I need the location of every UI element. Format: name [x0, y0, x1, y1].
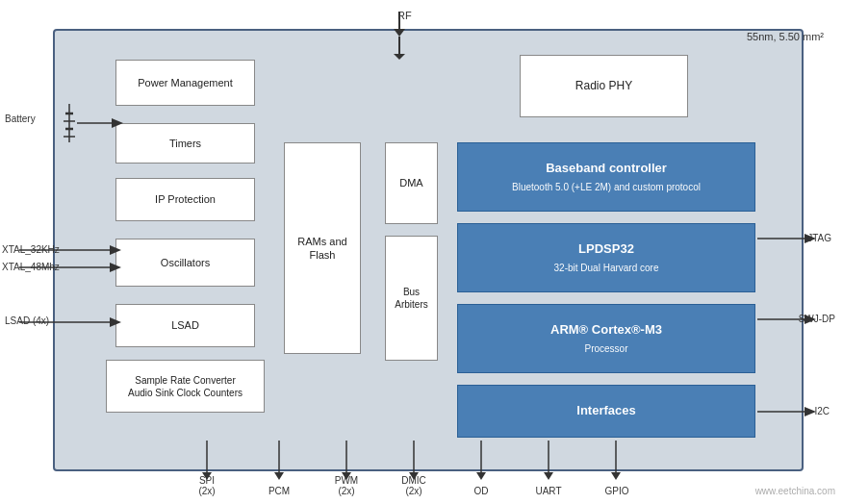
lpdsp32-title: LPDSP32: [578, 240, 634, 258]
xtal-32k-label: XTAL_32KHz: [2, 244, 60, 255]
lpdsp32-subtitle: 32-bit Dual Harvard core: [554, 262, 659, 275]
chip-spec-label: 55nm, 5.50 mm²: [747, 31, 824, 42]
lpdsp32-box: LPDSP32 32-bit Dual Harvard core: [457, 223, 755, 292]
dma-box: DMA: [385, 142, 438, 224]
baseband-box: Baseband controller Bluetooth 5.0 (+LE 2…: [457, 142, 755, 212]
bus-arbiters-box: Bus Arbiters: [385, 236, 438, 361]
radio-phy-box: Radio PHY: [520, 55, 688, 117]
baseband-subtitle: Bluetooth 5.0 (+LE 2M) and custom protoc…: [512, 181, 701, 194]
lsad-box: LSAD: [115, 304, 255, 347]
svg-marker-36: [611, 472, 621, 480]
pwm-label: PWM (2x): [327, 475, 366, 496]
pcm-label: PCM: [260, 486, 298, 496]
i2c-label: I2C: [814, 406, 830, 416]
dmic-label: DMIC (2x): [395, 475, 433, 496]
swj-dp-label: SWJ-DP: [799, 314, 835, 324]
interfaces-box: Interfaces: [457, 385, 755, 438]
ip-protection-box: IP Protection: [115, 178, 255, 221]
sample-rate-box: Sample Rate Converter Audio Sink Clock C…: [106, 360, 265, 413]
svg-marker-32: [476, 472, 486, 480]
rams-flash-box: RAMs and Flash: [284, 142, 361, 354]
arm-box: ARM® Cortex®-M3 Processor: [457, 304, 755, 373]
xtal-48m-label: XTAL_48Mhz: [2, 262, 60, 272]
spi-label: SPI (2x): [188, 475, 226, 496]
jtag-label: JTAG: [807, 233, 831, 243]
battery-label: Battery: [5, 113, 36, 124]
oscillators-box: Oscillators: [115, 239, 255, 287]
lsad-label: LSAD (4x): [5, 315, 49, 326]
od-label: OD: [464, 486, 498, 496]
uart-label: UART: [531, 486, 566, 496]
arm-title: ARM® Cortex®-M3: [550, 321, 662, 339]
arm-subtitle: Processor: [584, 342, 627, 356]
svg-marker-34: [544, 472, 553, 480]
watermark: www.eetchina.com: [755, 486, 835, 496]
svg-marker-26: [274, 472, 284, 480]
power-management-box: Power Management: [115, 60, 255, 106]
timers-box: Timers: [115, 123, 255, 164]
rf-label: RF: [397, 10, 412, 21]
baseband-title: Baseband controller: [546, 160, 667, 177]
gpio-label: GPIO: [598, 486, 636, 496]
